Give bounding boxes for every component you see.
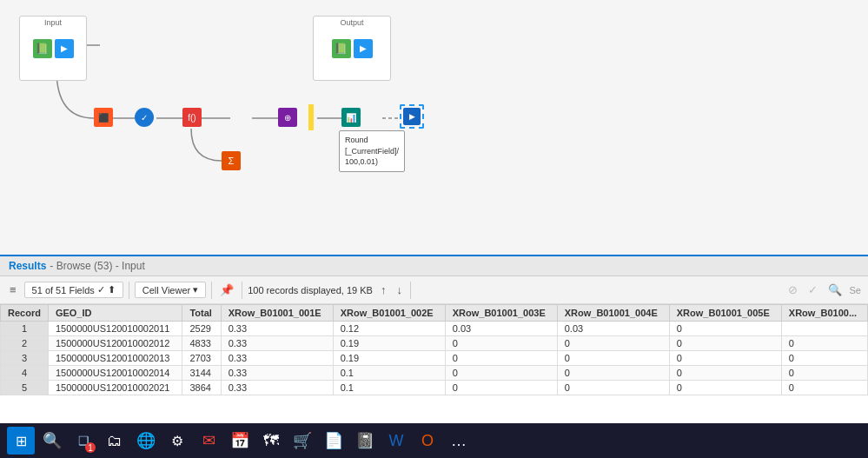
cell-total-3: 3144 xyxy=(182,366,221,381)
alteryx-icon[interactable]: ⚙ xyxy=(163,427,191,455)
cell-viewer-label: Cell Viewer xyxy=(142,285,190,295)
output-book-icon[interactable]: 📗 xyxy=(332,39,351,58)
word-icon[interactable]: W xyxy=(382,427,410,455)
cell-col5-2: 0 xyxy=(669,351,781,366)
edge-icon[interactable]: 🌐 xyxy=(132,427,160,455)
input-box-label: Input xyxy=(44,18,62,27)
formula-tooltip: Round [_CurrentField]/ 100,0.01) xyxy=(339,130,405,172)
input-book-icon[interactable]: 📗 xyxy=(33,39,52,58)
yellow-bar-indicator xyxy=(308,104,314,130)
output-arrow-icon[interactable]: ▶ xyxy=(354,39,373,58)
confirm-icon[interactable]: ✓ xyxy=(805,282,820,298)
scroll-down-icon[interactable]: ↓ xyxy=(394,282,405,298)
cell-col5-3: 0 xyxy=(669,366,781,381)
col-header-xrow6[interactable]: XRow_B0100... xyxy=(781,305,867,322)
cell-geo-id-3: 1500000US120010002014 xyxy=(48,366,182,381)
cell-col1-1: 0.33 xyxy=(221,336,333,351)
cell-col3-4: 0 xyxy=(445,381,557,395)
data-table: Record GEO_ID Total XRow_B01001_001E XRo… xyxy=(0,304,868,395)
taskview-icon[interactable]: ❑ 1 xyxy=(70,427,97,455)
file-explorer-icon[interactable]: 🗂 xyxy=(101,427,129,455)
toolbar-sep-3 xyxy=(242,282,242,299)
cancel-icon[interactable]: ⊘ xyxy=(785,282,800,298)
table-row: 3 1500000US120010002013 2703 0.33 0.19 0… xyxy=(1,351,868,366)
fields-label: 51 of 51 Fields xyxy=(32,285,95,295)
cell-geo-id-0: 1500000US120010002011 xyxy=(48,322,182,336)
select-tool-node[interactable]: ⬛ xyxy=(94,108,113,127)
sum-tool-node[interactable]: Σ xyxy=(222,151,241,170)
onenote-icon[interactable]: 📓 xyxy=(351,427,379,455)
mail-icon[interactable]: ✉ xyxy=(195,427,222,455)
input-node-box: Input 📗 ▶ xyxy=(19,16,87,81)
table-row: 4 1500000US120010002014 3144 0.33 0.1 0 … xyxy=(1,366,868,381)
results-header: Results - Browse (53) - Input xyxy=(0,256,868,276)
toolbar-sep-2 xyxy=(211,282,212,299)
results-subtitle: - Browse (53) - Input xyxy=(50,260,144,272)
cell-col2-1: 0.19 xyxy=(333,336,445,351)
col-header-xrow5[interactable]: XRow_B01001_005E xyxy=(669,305,781,322)
col-header-geo-id[interactable]: GEO_ID xyxy=(48,305,182,322)
col-header-record[interactable]: Record xyxy=(1,305,49,322)
cell-col3-1: 0 xyxy=(445,336,557,351)
taskbar: ⊞ 🔍 ❑ 1 🗂 🌐 ⚙ ✉ 📅 🗺 🛒 📄 📓 W O … xyxy=(0,423,868,458)
browse-tool-node[interactable]: 📊 xyxy=(341,108,361,127)
tooltip-line3: 100,0.01) xyxy=(345,156,399,168)
cell-viewer-dropdown[interactable]: Cell Viewer ▾ xyxy=(135,282,206,298)
join-tool-node[interactable]: ⊕ xyxy=(278,108,297,127)
results-toolbar: ≡ 51 of 51 Fields ✓ ⬆ Cell Viewer ▾ 📌 10… xyxy=(0,276,868,304)
cell-col3-3: 0 xyxy=(445,366,557,381)
input-arrow-icon[interactable]: ▶ xyxy=(55,39,74,58)
search-text: Se xyxy=(850,285,861,295)
tooltip-line1: Round xyxy=(345,135,399,146)
cell-col1-3: 0.33 xyxy=(221,366,333,381)
dashed-browse-node[interactable]: ▶ xyxy=(400,104,424,129)
office-icon[interactable]: O xyxy=(414,427,441,455)
calendar-icon[interactable]: 📅 xyxy=(226,427,254,455)
cell-col2-0: 0.12 xyxy=(333,322,445,336)
col-header-xrow4[interactable]: XRow_B01001_004E xyxy=(557,305,669,322)
cell-col6-2: 0 xyxy=(781,351,867,366)
cell-col6-3: 0 xyxy=(781,366,867,381)
pdf-icon[interactable]: 📄 xyxy=(320,427,348,455)
col-header-xrow2[interactable]: XRow_B01001_002E xyxy=(333,305,445,322)
search-icon[interactable]: 🔍 xyxy=(825,282,845,298)
cell-col1-2: 0.33 xyxy=(221,351,333,366)
fields-dropdown[interactable]: 51 of 51 Fields ✓ ⬆ xyxy=(24,282,123,298)
cell-geo-id-4: 1500000US120010002021 xyxy=(48,381,182,395)
store-icon[interactable]: 🛒 xyxy=(288,427,316,455)
maps-icon[interactable]: 🗺 xyxy=(257,427,285,455)
fields-export-icon: ⬆ xyxy=(108,284,116,295)
cell-col1-4: 0.33 xyxy=(221,381,333,395)
col-header-xrow3[interactable]: XRow_B01001_003E xyxy=(445,305,557,322)
results-title: Results xyxy=(9,260,46,272)
cell-geo-id-2: 1500000US120010002013 xyxy=(48,351,182,366)
col-header-total[interactable]: Total xyxy=(182,305,221,322)
filter-tool-node[interactable]: ✓ xyxy=(135,108,154,127)
cell-col6-4: 0 xyxy=(781,381,867,395)
cell-total-2: 2703 xyxy=(182,351,221,366)
formula-tool-node[interactable]: f() xyxy=(182,108,202,127)
cell-record-3: 4 xyxy=(1,366,49,381)
cell-viewer-chevron: ▾ xyxy=(193,284,198,295)
more-icon[interactable]: … xyxy=(445,427,473,455)
scroll-up-icon[interactable]: ↑ xyxy=(378,282,389,298)
cell-col5-1: 0 xyxy=(669,336,781,351)
pin-icon[interactable]: 📌 xyxy=(217,282,236,298)
cell-col3-2: 0 xyxy=(445,351,557,366)
cell-col4-1: 0 xyxy=(557,336,669,351)
col-header-xrow1[interactable]: XRow_B01001_001E xyxy=(221,305,333,322)
search-taskbar-icon[interactable]: 🔍 xyxy=(38,427,66,455)
table-row: 1 1500000US120010002011 2529 0.33 0.12 0… xyxy=(1,322,868,336)
cell-geo-id-1: 1500000US120010002012 xyxy=(48,336,182,351)
table-header-row: Record GEO_ID Total XRow_B01001_001E XRo… xyxy=(1,305,868,322)
start-button[interactable]: ⊞ xyxy=(7,427,35,455)
cell-record-2: 3 xyxy=(1,351,49,366)
cell-record-0: 1 xyxy=(1,322,49,336)
cell-col5-4: 0 xyxy=(669,381,781,395)
workflow-canvas: Input 📗 ▶ Output 📗 ▶ ⬛ ✓ f() ⊕ 📊 ▶ Σ xyxy=(0,0,868,256)
menu-icon[interactable]: ≡ xyxy=(7,282,19,298)
cell-record-1: 2 xyxy=(1,336,49,351)
cell-col4-3: 0 xyxy=(557,366,669,381)
cell-col3-0: 0.03 xyxy=(445,322,557,336)
tooltip-line2: [_CurrentField]/ xyxy=(345,146,399,157)
